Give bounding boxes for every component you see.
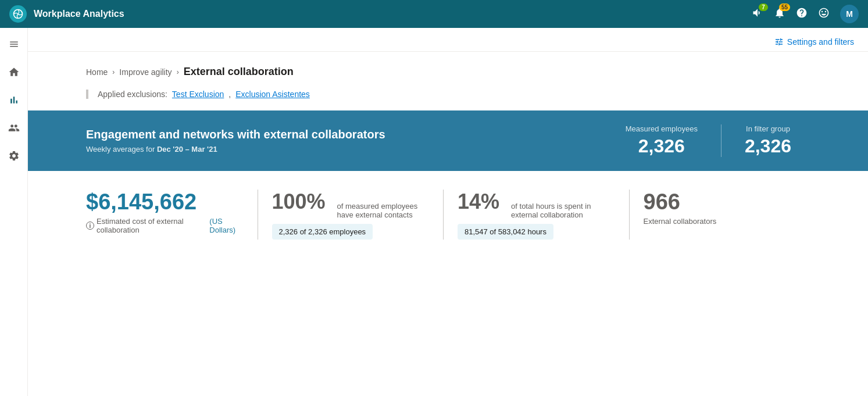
exclusion-asistentes-link[interactable]: Exclusion Asistentes — [235, 90, 310, 99]
user-avatar[interactable]: M — [840, 5, 859, 23]
settings-filters-button[interactable]: Settings and filters — [774, 37, 854, 47]
contacts-percent: 100% — [272, 190, 326, 214]
notifications-badge: 55 — [779, 3, 790, 11]
sidebar-item-analytics[interactable] — [2, 88, 26, 112]
cost-value: $6,145,662 — [86, 190, 244, 215]
test-exclusion-link[interactable]: Test Exclusion — [172, 90, 224, 99]
sidebar-hamburger-button[interactable] — [2, 33, 26, 56]
metric-divider-1 — [258, 190, 258, 240]
cost-label: i Estimated cost of external collaborati… — [86, 217, 244, 234]
app-title: Workplace Analytics — [34, 9, 745, 19]
exclusions-comma: , — [228, 90, 231, 99]
app-logo — [9, 5, 27, 23]
contacts-desc: of measured employees have external cont… — [337, 202, 419, 219]
settings-filters-label: Settings and filters — [787, 37, 854, 47]
topbar: Workplace Analytics 7 55 — [0, 0, 868, 28]
sidebar-item-home[interactable] — [2, 60, 26, 84]
breadcrumb-improve-agility[interactable]: Improve agility — [119, 67, 172, 77]
banner-left: Engagement and networks with external co… — [86, 128, 595, 154]
breadcrumb-sep-1: › — [112, 68, 115, 76]
topbar-actions: 7 55 M — [752, 5, 859, 23]
metric-contacts-col: 100% of measured employees have external… — [263, 190, 439, 240]
banner-title: Engagement and networks with external co… — [86, 128, 595, 141]
megaphone-button[interactable]: 7 — [752, 7, 763, 22]
banner-divider — [721, 124, 721, 157]
metric-divider-2 — [443, 190, 444, 240]
banner-right: Measured employees 2,326 In filter group… — [607, 124, 810, 157]
breadcrumb-section: Home › Improve agility › External collab… — [28, 52, 868, 90]
in-filter-group-label: In filter group — [745, 124, 791, 133]
settings-bar: Settings and filters — [28, 28, 868, 52]
sidebar — [0, 28, 28, 396]
help-button[interactable] — [796, 7, 808, 22]
breadcrumb-sep-2: › — [177, 68, 179, 76]
breadcrumb: Home › Improve agility › External collab… — [86, 66, 810, 78]
blue-banner: Engagement and networks with external co… — [28, 110, 868, 171]
notifications-button[interactable]: 55 — [774, 7, 785, 22]
cost-label-text: Estimated cost of external collaboration — [97, 217, 205, 234]
banner-subtitle: Weekly averages for Dec '20 – Mar '21 — [86, 145, 595, 154]
contacts-pill: 2,326 of 2,326 employees — [272, 224, 373, 240]
hours-pill: 81,547 of 583,042 hours — [458, 224, 553, 240]
banner-subtitle-prefix: Weekly averages for — [86, 145, 157, 154]
content-area: Settings and filters Home › Improve agil… — [28, 28, 868, 396]
metric-cost-col: $6,145,662 i Estimated cost of external … — [86, 190, 253, 234]
metric-collaborators-col: 966 External collaborators — [634, 190, 810, 226]
in-filter-group-value: 2,326 — [745, 135, 791, 157]
banner-date-range: Dec '20 – Mar '21 — [157, 145, 217, 154]
sidebar-item-people[interactable] — [2, 116, 26, 140]
hours-desc: of total hours is spent in external coll… — [511, 202, 592, 219]
cost-info-icon[interactable]: i — [86, 222, 94, 230]
exclusions-label: Applied exclusions: — [98, 90, 167, 99]
breadcrumb-home[interactable]: Home — [86, 67, 108, 77]
main-layout: Settings and filters Home › Improve agil… — [0, 28, 868, 396]
exclusions-section: Applied exclusions: Test Exclusion , Exc… — [28, 90, 868, 110]
sidebar-item-settings[interactable] — [2, 144, 26, 167]
exclusions-box: Applied exclusions: Test Exclusion , Exc… — [86, 90, 810, 99]
metrics-section: $6,145,662 i Estimated cost of external … — [28, 171, 868, 258]
in-filter-group-stat: In filter group 2,326 — [726, 124, 810, 157]
measured-employees-label: Measured employees — [626, 124, 698, 133]
metric-divider-3 — [629, 190, 630, 240]
measured-employees-value: 2,326 — [626, 135, 698, 157]
megaphone-badge: 7 — [759, 3, 768, 11]
cost-label-suffix: (US Dollars) — [209, 217, 243, 234]
collaborators-label: External collaborators — [644, 217, 801, 226]
collaborators-value: 966 — [644, 190, 801, 215]
metric-hours-col: 14% of total hours is spent in external … — [448, 190, 624, 240]
hours-percent: 14% — [458, 190, 499, 214]
feedback-button[interactable] — [818, 7, 830, 22]
measured-employees-stat: Measured employees 2,326 — [607, 124, 716, 157]
breadcrumb-external-collaboration: External collaboration — [184, 66, 294, 78]
